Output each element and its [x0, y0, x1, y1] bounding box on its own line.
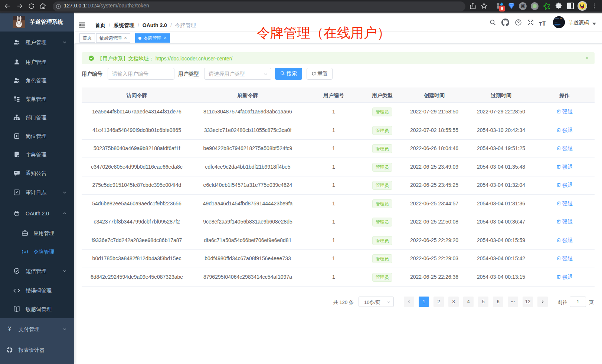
svg-text:¥: ¥ — [8, 326, 12, 332]
svg-text:a: a — [24, 250, 26, 254]
